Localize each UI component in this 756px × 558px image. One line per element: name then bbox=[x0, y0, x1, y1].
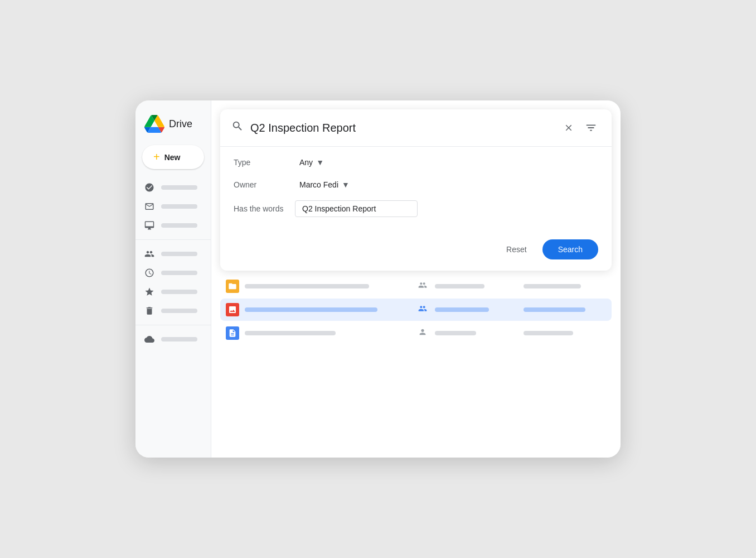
drive-title: Drive bbox=[169, 118, 192, 130]
doc-icon bbox=[226, 326, 239, 340]
sidebar-item-label bbox=[161, 290, 197, 294]
sidebar-item-shared-drives[interactable] bbox=[135, 197, 206, 216]
sidebar-item-computers[interactable] bbox=[135, 216, 206, 235]
file-owner-icon bbox=[416, 281, 429, 292]
search-panel: Type Any ▼ Owner Marco Fedi ▼ Has bbox=[220, 109, 612, 271]
sidebar-item-trash[interactable] bbox=[135, 301, 206, 320]
sidebar-item-starred[interactable] bbox=[135, 282, 206, 301]
file-owner-icon bbox=[416, 328, 429, 339]
search-footer: Reset Search bbox=[220, 235, 612, 271]
table-row[interactable] bbox=[220, 322, 612, 344]
search-input[interactable] bbox=[250, 122, 554, 134]
owner-chevron-icon: ▼ bbox=[342, 180, 350, 189]
sidebar-divider-1 bbox=[135, 239, 211, 240]
type-label: Type bbox=[234, 158, 295, 167]
type-select[interactable]: Any ▼ bbox=[295, 156, 328, 169]
app-window: Drive + New bbox=[135, 100, 621, 458]
search-header bbox=[220, 109, 612, 147]
drive-logo bbox=[144, 114, 164, 134]
table-row[interactable] bbox=[220, 275, 612, 297]
sidebar-item-label bbox=[161, 223, 197, 228]
owner-value: Marco Fedi bbox=[299, 180, 338, 189]
owner-label: Owner bbox=[234, 180, 295, 189]
sidebar-item-label bbox=[161, 204, 197, 209]
file-date bbox=[524, 284, 607, 288]
plus-icon: + bbox=[153, 151, 160, 163]
type-chevron-icon: ▼ bbox=[316, 158, 324, 167]
sidebar-item-shared-with-me[interactable] bbox=[135, 244, 206, 263]
new-button[interactable]: + New bbox=[142, 145, 204, 169]
reset-button[interactable]: Reset bbox=[500, 240, 534, 258]
star-icon bbox=[144, 287, 154, 297]
owner-select[interactable]: Marco Fedi ▼ bbox=[295, 178, 354, 191]
check-circle-icon bbox=[144, 182, 154, 193]
type-value: Any bbox=[299, 158, 313, 167]
file-name bbox=[245, 331, 410, 335]
type-filter-row: Type Any ▼ bbox=[234, 156, 598, 169]
sidebar-item-label bbox=[161, 337, 197, 341]
file-owner bbox=[435, 307, 518, 312]
clock-icon bbox=[144, 268, 154, 278]
close-button[interactable] bbox=[560, 119, 577, 136]
search-icon bbox=[231, 120, 244, 136]
trash-icon bbox=[144, 306, 154, 316]
owner-filter-row: Owner Marco Fedi ▼ bbox=[234, 178, 598, 191]
file-owner bbox=[435, 331, 518, 335]
sidebar: Drive + New bbox=[135, 100, 211, 458]
person-icon bbox=[144, 201, 154, 211]
sidebar-item-recent[interactable] bbox=[135, 263, 206, 282]
filters-button[interactable] bbox=[581, 118, 600, 137]
sidebar-item-label bbox=[161, 309, 197, 313]
new-button-label: New bbox=[164, 153, 181, 162]
file-owner bbox=[435, 284, 518, 288]
file-date bbox=[524, 331, 607, 335]
sidebar-item-storage[interactable] bbox=[135, 330, 206, 349]
folder-icon bbox=[226, 280, 239, 293]
sidebar-item-label bbox=[161, 271, 197, 275]
file-owner-icon bbox=[416, 304, 429, 315]
sidebar-item-label bbox=[161, 252, 197, 256]
words-input[interactable] bbox=[295, 200, 418, 217]
sidebar-divider-2 bbox=[135, 325, 211, 325]
image-icon bbox=[226, 303, 239, 316]
file-name bbox=[245, 284, 410, 288]
file-list bbox=[211, 271, 621, 458]
filter-rows: Type Any ▼ Owner Marco Fedi ▼ Has bbox=[220, 147, 612, 235]
search-actions bbox=[560, 118, 600, 137]
words-filter-row: Has the words bbox=[234, 200, 598, 217]
people-icon bbox=[144, 249, 154, 259]
computer-icon bbox=[144, 220, 154, 230]
sidebar-header: Drive bbox=[135, 109, 211, 145]
file-name bbox=[245, 307, 410, 312]
main-area: Type Any ▼ Owner Marco Fedi ▼ Has bbox=[211, 100, 621, 458]
file-date bbox=[524, 307, 607, 312]
sidebar-item-label bbox=[161, 185, 197, 190]
search-button[interactable]: Search bbox=[542, 239, 598, 259]
table-row[interactable] bbox=[220, 299, 612, 321]
words-label: Has the words bbox=[234, 204, 295, 213]
cloud-icon bbox=[144, 334, 154, 344]
sidebar-item-my-drive[interactable] bbox=[135, 178, 206, 197]
